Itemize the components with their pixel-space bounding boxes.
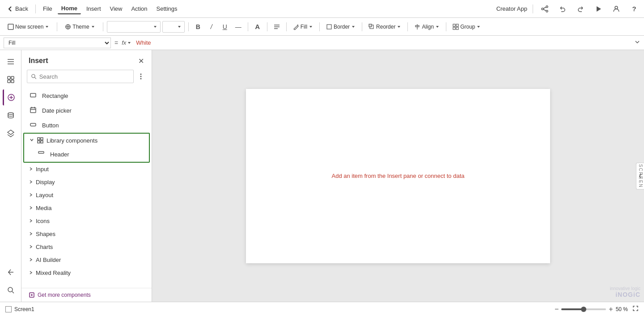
search-sidebar-icon-btn[interactable]	[3, 282, 19, 298]
font-dropdown[interactable]	[107, 21, 161, 33]
align-button[interactable]	[271, 21, 283, 33]
library-header-item[interactable]: Header	[24, 147, 149, 162]
insert-media-section[interactable]: Media	[21, 202, 152, 215]
formula-input[interactable]	[133, 38, 632, 47]
screen-rotated-label: SCREEN	[638, 164, 643, 188]
svg-rect-25	[11, 76, 14, 79]
insert-more-button[interactable]	[136, 71, 146, 82]
search-input[interactable]	[39, 73, 130, 80]
svg-point-0	[546, 6, 548, 8]
zoom-slider[interactable]	[561, 308, 606, 310]
font-color-button[interactable]: A	[252, 21, 263, 33]
insert-close-button[interactable]: ✕	[136, 55, 146, 66]
layout-chevron-icon	[29, 193, 33, 198]
property-select[interactable]: Fill	[4, 38, 111, 48]
border-button[interactable]: Border	[323, 22, 358, 31]
screen1-item[interactable]: Screen1	[5, 306, 34, 312]
variables-icon-btn[interactable]	[3, 264, 19, 280]
settings-menu[interactable]: Settings	[153, 4, 181, 14]
user-icon-btn[interactable]	[610, 3, 623, 15]
icons-chevron-icon	[29, 219, 33, 224]
bold-label: B	[196, 23, 200, 30]
insert-ai-section[interactable]: AI Builder	[21, 253, 152, 266]
formula-expand-btn[interactable]	[634, 39, 640, 46]
file-menu[interactable]: File	[39, 4, 56, 14]
database-icon-btn[interactable]	[3, 107, 19, 123]
zoom-expand-button[interactable]	[632, 305, 639, 313]
toolbar-sep-3	[188, 22, 189, 31]
strikethrough-button[interactable]: —	[233, 21, 244, 33]
get-more-button[interactable]: Get more components	[21, 288, 152, 302]
insert-button-item[interactable]: Button	[21, 118, 152, 133]
back-label: Back	[15, 5, 28, 12]
bold-button[interactable]: B	[192, 21, 204, 33]
svg-rect-39	[30, 93, 36, 97]
svg-rect-48	[41, 141, 43, 143]
group-button[interactable]: Group	[450, 22, 483, 31]
zoom-out-button[interactable]: −	[555, 305, 559, 313]
insert-icon-btn[interactable]	[3, 89, 19, 105]
fill-button[interactable]: Fill	[290, 22, 316, 31]
screen-checkbox[interactable]	[5, 306, 12, 312]
svg-point-38	[140, 78, 142, 80]
back-button[interactable]: Back	[4, 4, 32, 14]
insert-search-box[interactable]	[27, 70, 134, 83]
shapes-section-label: Shapes	[36, 231, 55, 237]
toolbar: New screen Theme B / U — A	[0, 18, 644, 36]
svg-rect-14	[369, 24, 372, 27]
action-menu[interactable]: Action	[127, 4, 151, 14]
library-components-header[interactable]: Library components	[24, 134, 149, 147]
header-label: Header	[50, 151, 69, 158]
share-icon-btn[interactable]	[538, 3, 551, 15]
view-menu[interactable]: View	[106, 4, 126, 14]
theme-button[interactable]: Theme	[61, 21, 99, 32]
insert-charts-section[interactable]: Charts	[21, 240, 152, 253]
svg-line-33	[12, 291, 14, 293]
home-menu[interactable]: Home	[58, 3, 81, 14]
insert-rectangle-item[interactable]: Rectangle	[21, 88, 152, 103]
fontsize-dropdown[interactable]	[162, 21, 185, 33]
button-icon	[29, 121, 38, 130]
italic-button[interactable]: /	[206, 21, 217, 33]
underline-button[interactable]: U	[219, 21, 231, 33]
datepicker-icon	[29, 106, 38, 115]
zoom-in-button[interactable]: +	[609, 305, 613, 313]
svg-marker-5	[597, 6, 601, 12]
display-section-label: Display	[36, 179, 55, 185]
components-icon-btn[interactable]	[3, 72, 19, 88]
canvas-screen[interactable]: Add an item from the Insert pane or conn…	[246, 89, 550, 263]
help-icon-btn[interactable]: ?	[628, 3, 640, 15]
toolbar-sep-7	[319, 22, 320, 31]
reorder-button[interactable]: Reorder	[366, 22, 404, 31]
menu-bar: Back File Home Insert View Action Settin…	[0, 0, 644, 18]
redo-icon-btn[interactable]	[574, 3, 587, 15]
insert-input-section[interactable]: Input	[21, 163, 152, 176]
hamburger-icon-btn[interactable]	[3, 54, 19, 70]
insert-panel: Insert ✕	[21, 50, 152, 302]
insert-mixed-section[interactable]: Mixed Reality	[21, 266, 152, 279]
formula-bar: Fill = fx	[0, 36, 644, 50]
creator-app-label: Creator App	[496, 5, 527, 12]
svg-rect-45	[38, 138, 40, 140]
insert-display-section[interactable]: Display	[21, 176, 152, 189]
fx-button[interactable]: fx	[122, 39, 131, 46]
svg-rect-20	[456, 27, 458, 29]
new-screen-button[interactable]: New screen	[4, 21, 53, 32]
insert-layout-section[interactable]: Layout	[21, 189, 152, 202]
align-menu-button[interactable]: Align	[411, 22, 442, 31]
insert-shapes-section[interactable]: Shapes	[21, 228, 152, 240]
button-label: Button	[42, 122, 59, 129]
input-section-label: Input	[36, 166, 49, 173]
undo-icon-btn[interactable]	[556, 3, 569, 15]
layers-icon-btn[interactable]	[3, 125, 19, 141]
svg-point-6	[615, 6, 618, 9]
insert-icons-section[interactable]: Icons	[21, 215, 152, 228]
insert-datepicker-item[interactable]: Date picker	[21, 103, 152, 118]
equals-symbol: =	[114, 39, 118, 46]
status-bar: Screen1 − + 50 %	[0, 302, 644, 316]
toolbar-sep-1	[57, 22, 57, 31]
insert-menu[interactable]: Insert	[83, 4, 105, 14]
mixed-section-label: Mixed Reality	[36, 270, 71, 276]
play-icon-btn[interactable]	[592, 3, 605, 15]
shapes-chevron-icon	[29, 232, 33, 237]
